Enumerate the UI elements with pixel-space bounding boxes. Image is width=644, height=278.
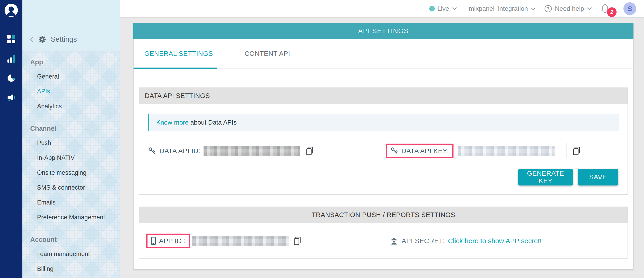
project-name: mixpanel_integration	[469, 5, 528, 12]
need-help-menu[interactable]: ? Need help	[544, 5, 592, 13]
environment-label: Live	[438, 5, 449, 12]
data-api-settings-panel: DATA API SETTINGS Know more about Data A…	[139, 88, 628, 195]
chevron-down-icon	[530, 7, 536, 10]
sidebar-title: Settings	[51, 35, 77, 44]
help-question-icon: ?	[544, 5, 552, 13]
chevron-down-icon	[587, 7, 592, 10]
key-icon	[390, 147, 398, 155]
data-api-id-label: DATA API ID:	[160, 147, 200, 155]
bar-chart-icon[interactable]	[7, 55, 16, 63]
sidebar-item-apis[interactable]: APIs	[22, 87, 120, 96]
dashboard-grid-icon[interactable]	[7, 35, 16, 44]
redacted-data-api-key-value	[458, 146, 554, 156]
active-tab-underline	[134, 68, 217, 69]
sidebar-menu: App General APIs Analytics Channel Push …	[22, 50, 120, 278]
top-header: Live mixpanel_integration ? Need help 2	[120, 0, 644, 18]
svg-text:?: ?	[547, 6, 550, 11]
secret-agent-icon	[390, 237, 398, 245]
environment-switcher[interactable]: Live	[429, 5, 457, 12]
icon-rail	[0, 0, 22, 278]
sidebar-item-general[interactable]: General	[22, 72, 120, 81]
show-app-secret-link[interactable]: Click here to show APP secret!	[448, 237, 542, 245]
redacted-app-id-value	[192, 236, 289, 246]
project-switcher[interactable]: mixpanel_integration	[469, 5, 536, 12]
mobile-phone-icon	[151, 237, 156, 245]
need-help-label: Need help	[555, 5, 584, 12]
data-api-actions: GENERATE KEY SAVE	[139, 162, 628, 194]
sidebar-item-push[interactable]: Push	[22, 139, 120, 147]
gear-icon	[38, 36, 46, 43]
generate-key-button[interactable]: GENERATE KEY	[518, 169, 573, 185]
highlight-data-api-key: DATA API KEY:	[386, 144, 454, 158]
notification-count-badge: 2	[607, 7, 616, 17]
transaction-reports-header: TRANSACTION PUSH / REPORTS SETTINGS	[139, 207, 628, 223]
sidebar-item-preference-management[interactable]: Preference Management	[22, 213, 120, 222]
live-status-dot	[429, 6, 435, 12]
page-title: API SETTINGS	[133, 23, 634, 39]
user-avatar[interactable]: S	[624, 2, 636, 15]
know-more-link[interactable]: Know more	[156, 119, 189, 126]
sidebar-item-onsite-messaging[interactable]: Onsite messaging	[22, 168, 120, 177]
tab-general-settings[interactable]: GENERAL SETTINGS	[144, 50, 213, 58]
sidebar-divider	[22, 117, 120, 117]
data-api-id-field: DATA API ID:	[148, 139, 314, 162]
app-id-label: APP ID :	[159, 237, 186, 245]
chevron-down-icon	[452, 7, 457, 10]
data-api-key-input[interactable]	[454, 143, 566, 159]
highlight-app-id: APP ID :	[146, 233, 190, 248]
sidebar-item-inapp-nativ[interactable]: In-App NATIV	[22, 153, 120, 162]
tab-content-api[interactable]: CONTENT API	[244, 50, 290, 58]
copy-icon[interactable]	[293, 236, 302, 245]
data-api-fields-row: DATA API ID:	[139, 139, 628, 162]
sidebar-section-channel: Channel	[22, 124, 120, 133]
sidebar-header: Settings	[22, 0, 120, 50]
api-secret-field: API SECRET: Click here to show APP secre…	[390, 237, 542, 245]
page-background: API SETTINGS GENERAL SETTINGS CONTENT AP…	[120, 18, 644, 278]
brand-logo-icon[interactable]	[4, 4, 18, 17]
know-more-banner: Know more about Data APIs	[148, 114, 619, 131]
sidebar-item-team-management[interactable]: Team management	[22, 250, 120, 258]
api-secret-label: API SECRET:	[402, 237, 444, 245]
tab-bar: GENERAL SETTINGS CONTENT API	[134, 39, 633, 69]
sidebar-item-sms-connector[interactable]: SMS & connector	[22, 183, 120, 192]
save-button[interactable]: SAVE	[578, 169, 618, 185]
notifications-bell[interactable]: 2	[600, 2, 612, 15]
redacted-data-api-id-value	[204, 146, 300, 156]
sidebar-section-account: Account	[22, 235, 120, 244]
key-icon	[148, 147, 156, 155]
sidebar-item-emails[interactable]: Emails	[22, 198, 120, 207]
app-window: Settings App General APIs Analytics Chan…	[0, 0, 644, 278]
copy-icon[interactable]	[306, 147, 314, 155]
api-settings-card: API SETTINGS GENERAL SETTINGS CONTENT AP…	[133, 23, 634, 269]
sidebar-item-analytics[interactable]: Analytics	[22, 102, 120, 111]
app-id-field: APP ID :	[146, 233, 302, 248]
settings-sidebar: Settings App General APIs Analytics Chan…	[22, 0, 120, 278]
data-api-key-label: DATA API KEY:	[401, 147, 449, 155]
megaphone-icon[interactable]	[7, 93, 16, 102]
transaction-reports-panel: TRANSACTION PUSH / REPORTS SETTINGS APP …	[139, 206, 628, 258]
sidebar-section-app: App	[22, 58, 120, 67]
copy-icon[interactable]	[572, 147, 581, 155]
data-api-key-field: DATA API KEY:	[386, 139, 581, 162]
sidebar-item-billing[interactable]: Billing	[22, 264, 120, 273]
know-more-text: about Data APIs	[189, 119, 237, 126]
back-chevron-icon[interactable]	[30, 36, 34, 43]
pie-chart-icon[interactable]	[7, 74, 16, 82]
transaction-fields-row: APP ID :	[139, 223, 628, 258]
data-api-settings-header: DATA API SETTINGS	[139, 88, 628, 104]
